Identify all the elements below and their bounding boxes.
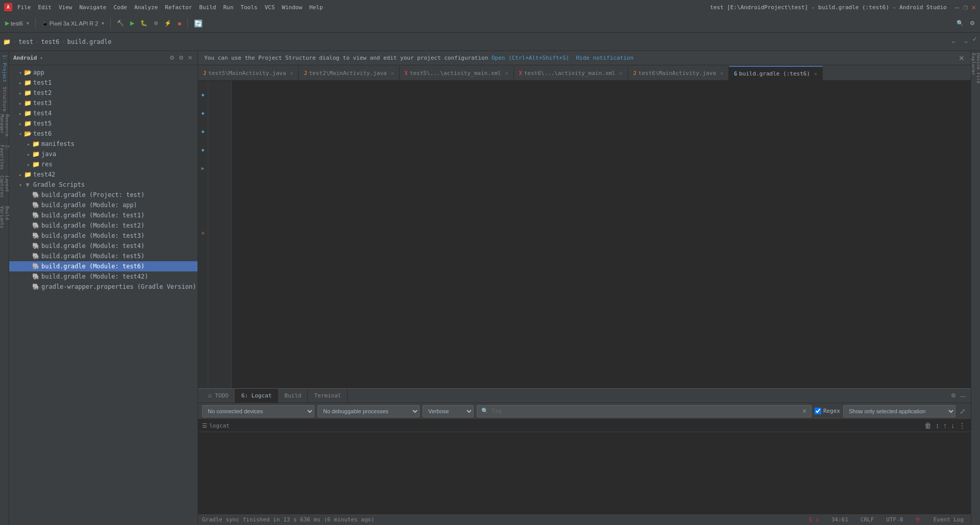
module-breadcrumb[interactable]: test6 (41, 38, 59, 45)
charset-indicator[interactable]: UTF-8 (883, 516, 906, 523)
tree-item-test5[interactable]: ▸📁test5 (9, 118, 198, 129)
tree-item-manifests[interactable]: ▸📁manifests (9, 139, 198, 149)
logcat-minimize-button[interactable]: — (959, 391, 967, 400)
logcat-scroll-button[interactable]: ↕ (935, 420, 940, 431)
tab-close-button[interactable]: ✕ (290, 70, 293, 76)
logcat-content[interactable] (198, 432, 971, 514)
hide-notification-link[interactable]: Hide notification (576, 55, 634, 61)
tab-close-button[interactable]: ✕ (620, 70, 623, 76)
minimize-button[interactable]: — (955, 3, 959, 11)
logcat-more-button[interactable]: ⋮ (958, 420, 967, 431)
tree-item-res[interactable]: ▸📁res (9, 159, 198, 169)
tree-item-test2[interactable]: ▸📁test2 (9, 88, 198, 98)
tab-close-button[interactable]: ✕ (505, 70, 508, 76)
close-panel-button[interactable]: ✕ (187, 54, 193, 62)
tree-item-bg-app[interactable]: 🐘build.gradle (Module: app) (9, 200, 198, 210)
gear-panel-button[interactable]: ⚙ (178, 54, 185, 62)
tree-item-bg-project[interactable]: 🐘build.gradle (Project: test) (9, 190, 198, 200)
tree-item-bg-test2[interactable]: 🐘build.gradle (Module: test2) (9, 220, 198, 231)
close-button[interactable]: ✕ (972, 3, 976, 11)
tree-item-bg-test4[interactable]: 🐘build.gradle (Module: test4) (9, 241, 198, 251)
coverage-button[interactable]: ⊕ (152, 16, 160, 31)
device-file-explorer-toggle[interactable]: Device File Explorer (972, 53, 980, 84)
file-breadcrumb[interactable]: build.gradle (67, 38, 112, 45)
menu-item-vcs[interactable]: VCS (264, 4, 275, 11)
log-level-dropdown[interactable]: Verbose (423, 405, 474, 417)
structure-panel-toggle[interactable]: Structure (1, 84, 9, 114)
menu-item-build[interactable]: Build (199, 4, 216, 11)
device-selector-button[interactable]: 📱 Pixel 3a XL API R 2 ▾ (40, 16, 107, 31)
logcat-clear-button[interactable]: 🗑 (923, 420, 933, 431)
resource-manager-toggle[interactable]: Resource Manager (1, 114, 9, 145)
tab-main-activity-test2[interactable]: Jtest2\MainActivity.java✕ (299, 66, 399, 80)
settings-button[interactable]: ⚙ (968, 16, 977, 31)
regex-checkbox[interactable] (815, 408, 821, 414)
make-button[interactable]: 🔨 (115, 16, 126, 31)
logcat-filter-input[interactable]: 🔍 Tag ✕ (477, 405, 812, 417)
tree-item-gradle-wrapper[interactable]: 🐘gradle-wrapper.properties (Gradle Versi… (9, 282, 198, 292)
bottom-tab-logcat[interactable]: 6: Logcat (235, 389, 279, 403)
filter-clear-button[interactable]: ✕ (802, 408, 807, 415)
menu-item-navigate[interactable]: Navigate (80, 4, 107, 11)
menu-item-analyze[interactable]: Analyze (134, 4, 158, 11)
build-variants-toggle[interactable]: Build Variants (1, 206, 9, 237)
tab-main-activity-test6[interactable]: Jtest6\MainActivity.java✕ (628, 66, 729, 80)
code-content[interactable] (232, 81, 971, 388)
tree-item-test4[interactable]: ▸📁test4 (9, 108, 198, 118)
tab-build-gradle-test6[interactable]: Gbuild.gradle (:test6)✕ (729, 66, 823, 80)
menu-item-refactor[interactable]: Refactor (165, 4, 192, 11)
menu-item-help[interactable]: Help (309, 4, 323, 11)
tab-activity-main-xml-test5[interactable]: Xtest5\...\activity_main.xml✕ (400, 66, 514, 80)
tab-close-button[interactable]: ✕ (720, 70, 723, 76)
skia-logo[interactable]: S ↕ (806, 516, 822, 523)
test-breadcrumb[interactable]: test (18, 38, 33, 45)
menu-bar[interactable]: FileEditViewNavigateCodeAnalyzeRefactorB… (17, 4, 323, 11)
crlf-indicator[interactable]: CRLF (857, 516, 877, 523)
sync-button[interactable]: 🔄 (192, 16, 205, 31)
project-tree[interactable]: ▾📂app▸📁test1▸📁test2▸📁test3▸📁test4▸📁test5… (9, 65, 198, 525)
favorites-toggle[interactable]: 2: Favorites (1, 145, 9, 176)
menu-item-view[interactable]: View (59, 4, 72, 11)
tree-item-bg-test3[interactable]: 🐘build.gradle (Module: test3) (9, 231, 198, 241)
menu-item-file[interactable]: File (17, 4, 31, 11)
captures-toggle[interactable]: Layout Captures (1, 176, 9, 206)
expand-logcat-button[interactable]: ⤢ (959, 406, 967, 416)
tree-item-test3[interactable]: ▸📁test3 (9, 98, 198, 108)
menu-item-window[interactable]: Window (282, 4, 302, 11)
notification-close-button[interactable]: ✕ (959, 54, 965, 62)
run-button[interactable]: ▶ (128, 16, 136, 31)
panel-dropdown-icon[interactable]: ▾ (40, 55, 43, 61)
processes-dropdown[interactable]: No debuggable processes (317, 405, 420, 417)
navigate-forward-button[interactable]: → (961, 35, 971, 49)
tree-item-test6[interactable]: ▾📂test6 (9, 129, 198, 139)
navigate-back-button[interactable]: ← (949, 35, 959, 49)
sync-panel-button[interactable]: ⚙ (168, 54, 176, 62)
menu-item-edit[interactable]: Edit (38, 4, 52, 11)
bottom-tab-todo[interactable]: ☑ TODO (202, 389, 235, 403)
code-editor[interactable]: ◆◆◆◆▶⚠ (198, 81, 971, 388)
tree-item-app[interactable]: ▾📂app (9, 67, 198, 78)
tab-close-button[interactable]: ✕ (814, 71, 817, 77)
devices-dropdown[interactable]: No connected devices (202, 405, 314, 417)
open-project-structure-link[interactable]: Open (Ctrl+Alt+Shift+S) (492, 55, 569, 61)
tab-close-button[interactable]: ✕ (391, 70, 394, 76)
menu-item-run[interactable]: Run (223, 4, 233, 11)
project-panel-toggle[interactable]: 1: Project (1, 53, 9, 84)
tree-item-bg-test1[interactable]: 🐘build.gradle (Module: test1) (9, 210, 198, 220)
window-controls[interactable]: — ❐ ✕ (955, 3, 976, 11)
maximize-button[interactable]: ❐ (963, 3, 967, 11)
tree-item-test1[interactable]: ▸📁test1 (9, 78, 198, 88)
project-breadcrumb[interactable]: 📁 (3, 38, 11, 45)
tab-main-activity-test5[interactable]: Jtest5\MainActivity.java✕ (198, 66, 299, 80)
tree-item-bg-test6[interactable]: 🐘build.gradle (Module: test6) (9, 261, 198, 271)
logcat-down-button[interactable]: ↓ (950, 420, 955, 431)
logcat-up-button[interactable]: ↑ (942, 420, 948, 431)
profile-button[interactable]: ⚡ (162, 16, 174, 31)
bottom-tab-build[interactable]: Build (278, 389, 308, 403)
tree-item-gradle-scripts[interactable]: ▾▼Gradle Scripts (9, 180, 198, 190)
menu-item-tools[interactable]: Tools (240, 4, 257, 11)
event-log-link[interactable]: Event Log (930, 516, 967, 523)
bottom-tab-terminal[interactable]: Terminal (308, 389, 348, 403)
logcat-settings-button[interactable]: ⚙ (950, 391, 957, 400)
debug-button[interactable]: 🐛 (138, 16, 150, 31)
